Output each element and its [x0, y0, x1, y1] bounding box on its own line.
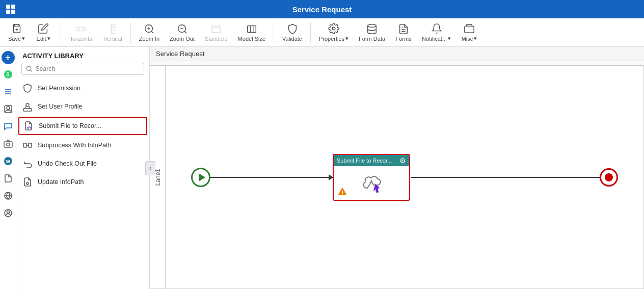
lane-container: Lane1 Submit File to Recor... ⚙: [150, 65, 644, 289]
svg-rect-39: [23, 109, 32, 111]
activity-label-undo-checkout: Undo Check Out File: [38, 160, 97, 167]
zoom-in-label: Zoom In: [139, 36, 159, 42]
toolbar: Save ▾ Edit ▾ Horizontal Vertical Zoom I…: [0, 18, 644, 47]
globe-icon[interactable]: [1, 189, 15, 203]
undo-icon: [22, 159, 33, 169]
save-arrow: ▾: [22, 35, 25, 42]
save-label: Save ▾: [8, 35, 25, 42]
canvas-area: Service Request Lane1: [150, 47, 644, 289]
svg-point-38: [26, 103, 29, 107]
add-icon[interactable]: +: [2, 51, 15, 64]
edit-button[interactable]: Edit ▾: [31, 21, 56, 44]
form-data-button[interactable]: Form Data: [355, 21, 389, 44]
arrow-start-to-activity: [210, 177, 333, 178]
zoom-in-button[interactable]: Zoom In: [135, 21, 164, 44]
svg-point-45: [26, 182, 29, 185]
horizontal-button[interactable]: Horizontal: [64, 21, 98, 44]
activity-label-submit-file: Submit File to Recor...: [39, 122, 101, 129]
update-infopath-icon: [22, 177, 33, 187]
activity-item-subprocess[interactable]: Subprocess With InfoPath: [16, 136, 149, 154]
svg-line-37: [31, 70, 32, 71]
misc-label: Misc ▾: [462, 35, 477, 42]
svg-rect-0: [77, 27, 86, 31]
canvas-header: Service Request: [150, 47, 644, 61]
left-icon-strip: + S W: [0, 47, 16, 289]
svg-point-36: [26, 66, 31, 70]
activity-node-header: Submit File to Recor... ⚙: [334, 155, 409, 166]
activity-item-undo-checkout[interactable]: Undo Check Out File: [16, 154, 149, 173]
apps-grid-icon[interactable]: [6, 5, 15, 14]
activity-node[interactable]: Submit File to Recor... ⚙ !: [333, 154, 410, 201]
chat-icon[interactable]: [1, 119, 15, 134]
standard-button[interactable]: Standard: [201, 21, 232, 44]
file-icon[interactable]: [1, 171, 15, 186]
search-input[interactable]: [36, 65, 140, 72]
notifications-button[interactable]: Notificat... ▾: [418, 21, 455, 44]
vertical-button[interactable]: Vertical: [100, 21, 126, 44]
wordpress-icon[interactable]: W: [1, 154, 15, 168]
model-size-button[interactable]: Model Size: [234, 21, 270, 44]
forms-label: Forms: [395, 36, 411, 42]
notifications-label: Notificat... ▾: [422, 35, 451, 42]
activity-item-submit-file[interactable]: Submit File to Recor...: [18, 117, 147, 135]
shield-icon: [22, 83, 33, 93]
search-icon: [26, 65, 33, 72]
submit-file-icon: [23, 121, 34, 131]
svg-line-11: [184, 31, 186, 33]
subprocess-icon: [22, 140, 33, 150]
svg-rect-28: [4, 142, 12, 147]
svg-text:W: W: [6, 159, 10, 164]
vertical-label: Vertical: [104, 36, 122, 42]
workflow-canvas: Submit File to Recor... ⚙ !: [166, 66, 643, 288]
svg-text:!: !: [342, 190, 343, 195]
separator-3: [274, 22, 274, 43]
activity-library-title: ACTIVITY LIBRARY: [16, 47, 149, 63]
activity-node-title: Submit File to Recor...: [337, 157, 392, 164]
warning-icon: !: [338, 187, 347, 197]
sharepoint-icon[interactable]: S: [1, 67, 15, 82]
activity-label-update-infopath: Update InfoPath: [38, 178, 84, 186]
camera-icon[interactable]: [1, 137, 15, 151]
edit-label: Edit ▾: [37, 35, 50, 42]
page-title: Service Request: [292, 5, 352, 14]
separator-1: [60, 22, 60, 43]
collapse-panel-button[interactable]: ‹: [145, 161, 155, 175]
svg-rect-15: [248, 25, 256, 32]
end-node-inner: [605, 173, 613, 181]
properties-label: Properties ▾: [319, 35, 348, 42]
svg-point-16: [332, 27, 335, 30]
activity-node-icon: [358, 170, 385, 196]
activity-item-update-infopath[interactable]: Update InfoPath: [16, 173, 149, 191]
circle-user-icon[interactable]: [1, 206, 15, 220]
activity-label-set-permission: Set Permission: [38, 85, 81, 92]
svg-rect-3: [111, 24, 115, 33]
play-icon: [199, 173, 205, 181]
misc-button[interactable]: Misc ▾: [457, 21, 481, 44]
svg-line-7: [151, 31, 153, 33]
end-node[interactable]: [600, 168, 618, 187]
user-profile-icon: [22, 101, 33, 112]
svg-point-29: [7, 143, 10, 146]
list-icon[interactable]: [1, 85, 15, 99]
zoom-out-button[interactable]: Zoom Out: [166, 21, 199, 44]
activity-item-set-permission[interactable]: Set Permission: [16, 79, 149, 97]
activity-item-set-user-profile[interactable]: Set User Profile: [16, 97, 149, 116]
activity-label-set-user-profile: Set User Profile: [38, 103, 83, 110]
start-node[interactable]: [191, 168, 210, 187]
top-bar: Service Request: [0, 0, 644, 18]
arrow-activity-to-end: [411, 177, 604, 178]
properties-button[interactable]: Properties ▾: [315, 21, 353, 44]
validate-button[interactable]: Validate: [278, 21, 306, 44]
main-layout: + S W ACTIVITY LIBRARY: [0, 47, 644, 289]
user-box-icon[interactable]: [1, 102, 15, 116]
search-box[interactable]: [21, 63, 144, 75]
svg-rect-43: [29, 143, 32, 147]
zoom-out-label: Zoom Out: [170, 36, 195, 42]
save-button[interactable]: Save ▾: [4, 21, 29, 44]
activity-node-settings-icon[interactable]: ⚙: [399, 156, 406, 165]
canvas-title: Service Request: [156, 50, 204, 58]
activity-node-body: !: [334, 166, 409, 200]
svg-text:S: S: [6, 72, 10, 77]
forms-button[interactable]: Forms: [391, 21, 416, 44]
form-data-label: Form Data: [359, 36, 385, 42]
